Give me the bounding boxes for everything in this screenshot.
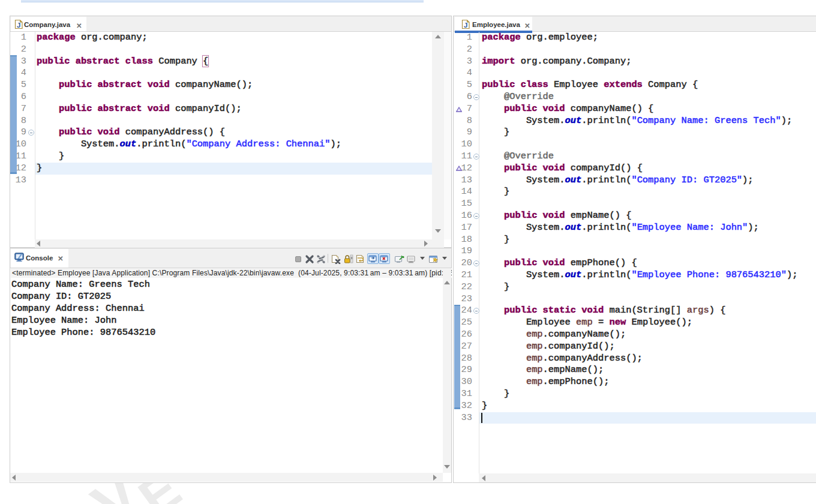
svg-text:J: J [17, 22, 20, 29]
svg-text:J: J [464, 22, 467, 29]
